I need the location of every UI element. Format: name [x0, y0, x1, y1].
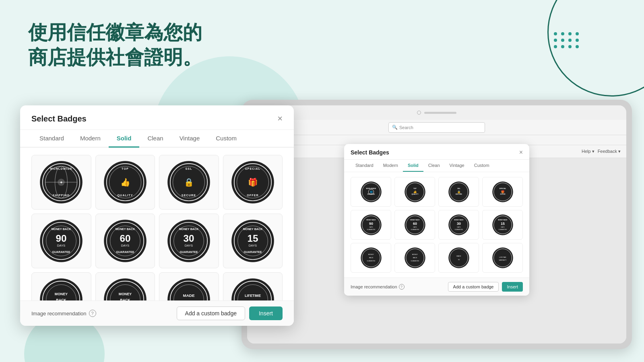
small-tab-solid[interactable]: Solid — [403, 160, 423, 172]
small-badge-ssl-secure[interactable]: SSLSECURE🔒 — [438, 177, 479, 207]
large-badge-ssl-secure[interactable]: SSL SECURE 🔒 — [159, 155, 219, 210]
large-tab-standard[interactable]: Standard — [31, 130, 72, 148]
small-recommendation-label: Image recommendation — [351, 284, 397, 289]
small-select-badges-modal: Select Badges × Standard Modern Solid Cl… — [344, 144, 529, 296]
svg-text:GUARANTEE: GUARANTEE — [411, 229, 419, 230]
svg-text:👍: 👍 — [120, 177, 130, 187]
svg-text:30: 30 — [184, 233, 194, 244]
help-button[interactable]: Help ▾ — [582, 149, 594, 154]
svg-text:👍: 👍 — [413, 190, 417, 193]
small-tab-clean[interactable]: Clean — [423, 160, 445, 172]
large-badge-money-back-b[interactable]: MONEY BACK GUARANTEE — [95, 272, 155, 300]
svg-text:🎁: 🎁 — [501, 190, 505, 193]
large-badge-top-quality[interactable]: TOP QUALITY 👍 — [95, 155, 155, 210]
large-modal-header: Select Badges × — [20, 105, 294, 130]
small-badge-top-quality[interactable]: TOPQUALITY👍 — [394, 177, 435, 207]
small-modal-footer: Image recommendation ? Add a custom badg… — [344, 278, 529, 296]
svg-text:90: 90 — [369, 222, 373, 226]
small-badge-made-in[interactable]: MADEIN — [438, 243, 479, 273]
svg-text:GUARANTEE: GUARANTEE — [454, 229, 463, 230]
large-badge-money-back-a[interactable]: MONEY BACK GUARANTEE — [31, 272, 91, 300]
large-insert-button[interactable]: Insert — [249, 306, 283, 320]
small-badge-money-back-15[interactable]: MONEY BACK15DAYSGUARANTEE — [482, 210, 523, 240]
small-modal-close-button[interactable]: × — [519, 149, 523, 156]
large-footer-actions: Add a custom badge Insert — [177, 306, 283, 320]
small-tab-standard[interactable]: Standard — [351, 160, 378, 172]
small-tab-custom[interactable]: Custom — [469, 160, 494, 172]
svg-text:WARRANTY: WARRANTY — [499, 259, 507, 261]
svg-text:MONEY: MONEY — [368, 253, 374, 255]
small-badge-lifetime[interactable]: LIFETIMEWARRANTY — [482, 243, 523, 273]
small-badge-money-back-3b[interactable]: MONEYBACKGUARANTEE — [394, 243, 435, 273]
large-badge-special-offer[interactable]: SPECIAL OFFER 🎁 — [223, 155, 283, 210]
small-add-custom-badge-button[interactable]: Add a custom badge — [448, 282, 499, 292]
small-footer-actions: Add a custom badge Insert — [448, 282, 523, 292]
tablet-camera — [417, 111, 421, 115]
large-badge-money-back-90[interactable]: MONEY BACK 90 DAYS GUARANTEE — [31, 214, 91, 268]
svg-text:QUALITY: QUALITY — [117, 194, 133, 197]
large-badge-money-back-60[interactable]: MONEY BACK 60 DAYS GUARANTEE — [95, 214, 155, 268]
svg-text:GUARANTEE: GUARANTEE — [498, 229, 507, 230]
large-badge-money-back-15[interactable]: MONEY BACK 15 DAYS GUARANTEE — [223, 214, 283, 268]
svg-text:GUARANTEE: GUARANTEE — [180, 251, 198, 254]
svg-text:SPECIAL: SPECIAL — [499, 187, 506, 189]
large-tab-custom[interactable]: Custom — [208, 130, 245, 148]
tablet-bar — [424, 112, 456, 114]
tablet-search-input[interactable]: 🔍 Search — [388, 122, 485, 133]
svg-text:DAYS: DAYS — [57, 244, 65, 247]
small-badge-special-offer[interactable]: SPECIALOFFER🎁 — [482, 177, 523, 207]
svg-text:GUARANTEE: GUARANTEE — [244, 251, 262, 254]
svg-text:SSL: SSL — [457, 187, 460, 189]
large-modal-tabs: Standard Modern Solid Clean Vintage Cust… — [20, 130, 294, 148]
large-badge-money-back-30[interactable]: MONEY BACK 30 DAYS GUARANTEE — [159, 214, 219, 268]
large-tab-modern[interactable]: Modern — [72, 130, 109, 148]
small-badge-money-back-3a[interactable]: MONEYBACKGUARANTEE — [351, 243, 391, 273]
large-tab-solid[interactable]: Solid — [109, 130, 140, 148]
svg-text:MADE: MADE — [183, 293, 195, 298]
svg-text:WORLDWIDE: WORLDWIDE — [50, 167, 72, 171]
svg-text:90: 90 — [56, 233, 67, 244]
large-tab-clean[interactable]: Clean — [139, 130, 171, 148]
large-badge-worldwide-shipping[interactable]: WORLDWIDE SHIPPING ✦ — [31, 155, 91, 210]
small-tab-modern[interactable]: Modern — [378, 160, 403, 172]
svg-text:🔒: 🔒 — [184, 177, 194, 187]
small-badges-grid: WORLDWIDESHIPPING🌐 TOPQUALITY👍 SSLSECURE… — [344, 172, 529, 278]
large-image-recommendation: Image recommendation ? — [31, 310, 96, 317]
large-modal-close-button[interactable]: × — [277, 113, 283, 124]
svg-text:DAYS: DAYS — [185, 244, 193, 247]
page-heading: 使用信任徽章為您的商店提供社會證明。 — [28, 20, 205, 70]
tablet-screen: 🔍 Search / Settings / Badges ings Plan H… — [247, 105, 626, 343]
small-modal-header: Select Badges × — [344, 144, 529, 160]
large-tab-vintage[interactable]: Vintage — [171, 130, 208, 148]
svg-text:MONEY BACK: MONEY BACK — [179, 228, 199, 231]
large-add-custom-badge-button[interactable]: Add a custom badge — [177, 306, 245, 320]
small-tab-vintage[interactable]: Vintage — [445, 160, 469, 172]
small-insert-button[interactable]: Insert — [502, 282, 523, 292]
svg-text:60: 60 — [120, 233, 130, 244]
svg-text:GUARANTEE: GUARANTEE — [367, 260, 376, 262]
small-badge-money-back-30[interactable]: MONEY BACK30DAYSGUARANTEE — [438, 210, 479, 240]
svg-text:MONEY BACK: MONEY BACK — [115, 228, 135, 231]
svg-text:BACK: BACK — [413, 257, 417, 259]
svg-text:🎁: 🎁 — [248, 177, 258, 187]
large-modal-title: Select Badges — [31, 114, 87, 123]
svg-text:DAYS: DAYS — [369, 226, 373, 228]
svg-text:60: 60 — [413, 222, 417, 226]
large-badge-made-in[interactable]: MADE IN — [159, 272, 219, 300]
svg-text:DAYS: DAYS — [249, 244, 257, 247]
small-badge-worldwide-shipping[interactable]: WORLDWIDESHIPPING🌐 — [351, 177, 391, 207]
large-badge-lifetime[interactable]: LIFETIME WARRANTY — [223, 272, 283, 300]
tablet-top-bar — [247, 105, 626, 120]
small-modal-title: Select Badges — [351, 149, 389, 156]
small-info-icon: ? — [399, 284, 405, 290]
svg-text:MONEY: MONEY — [412, 253, 418, 255]
large-select-badges-modal: Select Badges × Standard Modern Solid Cl… — [20, 105, 294, 326]
feedback-button[interactable]: Feedback ▾ — [598, 149, 621, 154]
svg-text:15: 15 — [247, 233, 258, 244]
svg-text:MADE: MADE — [456, 255, 461, 257]
small-badge-money-back-90[interactable]: MONEY BACK90DAYSGUARANTEE — [351, 210, 391, 240]
svg-text:DAYS: DAYS — [457, 226, 461, 228]
small-badge-money-back-60[interactable]: MONEY BACK60DAYSGUARANTEE — [394, 210, 435, 240]
bg-circle-decoration — [547, 0, 644, 97]
svg-text:QUALITY: QUALITY — [411, 193, 419, 195]
